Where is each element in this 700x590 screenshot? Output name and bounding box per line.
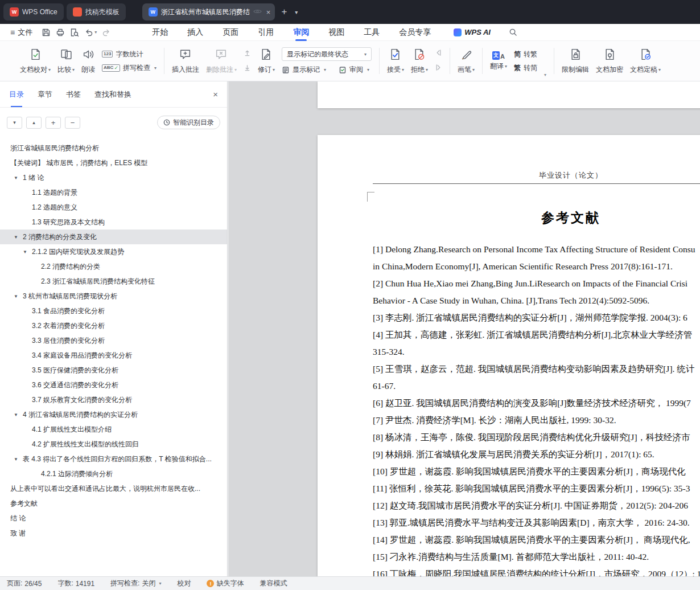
toc-collapse-all-button[interactable]: ▴ bbox=[26, 117, 42, 129]
tab-insert[interactable]: 插入 bbox=[187, 24, 203, 41]
toc-item[interactable]: ▼3 杭州市城镇居民消费现状分析 bbox=[0, 289, 227, 304]
tab-view[interactable]: 视图 bbox=[328, 24, 344, 41]
toc-item[interactable]: 3.5 医疗保健消费的变化分析 bbox=[0, 363, 227, 378]
toc-item[interactable]: 3.3 居住消费的变化分析 bbox=[0, 333, 227, 348]
compare-button[interactable]: 比较▾ bbox=[57, 48, 75, 75]
toc-item[interactable]: 2.3 浙江省城镇居民消费结构变化特征 bbox=[0, 274, 227, 289]
toc-item[interactable]: 3.7 娱乐教育文化消费的变化分析 bbox=[0, 392, 227, 407]
missing-font-warning[interactable]: ! 缺失字体 bbox=[207, 579, 244, 588]
page-indicator[interactable]: 页面: 26/45 bbox=[7, 579, 42, 588]
restrict-editing-button[interactable]: 限制编辑 bbox=[562, 48, 589, 75]
toc-item[interactable]: 结 论 bbox=[0, 511, 227, 526]
delete-comment-button[interactable]: 删除批注▾ bbox=[206, 48, 237, 75]
document-canvas[interactable]: 毕业设计（论文） 参考文献 [1] Delong Zhang.Research … bbox=[228, 81, 700, 576]
toc-item[interactable]: 3.2 衣着消费的变化分析 bbox=[0, 318, 227, 333]
toc-item[interactable]: 4.1 扩展线性支出模型介绍 bbox=[0, 422, 227, 437]
translate-button[interactable]: 文 A 翻译▾ bbox=[490, 51, 507, 71]
group-expand-icon[interactable]: ▾ bbox=[544, 72, 546, 77]
smart-toc-button[interactable]: 智能识别目录 bbox=[157, 116, 220, 129]
toc-expand-arrow-icon[interactable]: ▼ bbox=[14, 457, 23, 462]
preview-eye-icon[interactable] bbox=[253, 8, 262, 16]
toc-expand-arrow-icon[interactable]: ▼ bbox=[14, 294, 23, 299]
redo-button[interactable] bbox=[102, 28, 111, 37]
toc-expand-arrow-icon[interactable]: ▼ bbox=[23, 249, 32, 255]
search-icon[interactable] bbox=[509, 28, 517, 36]
previous-change-icon[interactable] bbox=[435, 48, 442, 59]
toc-expand-arrow-icon[interactable]: ▼ bbox=[14, 235, 23, 240]
finalize-document-button[interactable]: 文档定稿▾ bbox=[630, 48, 661, 75]
sidebar-tab-toc[interactable]: 目录 bbox=[9, 81, 24, 107]
tab-review[interactable]: 审阅 bbox=[293, 24, 309, 41]
tab-membership[interactable]: 会员专享 bbox=[399, 24, 431, 41]
doc-proofread-button[interactable]: 文档校对▾ bbox=[20, 48, 51, 75]
toc-item[interactable]: 3.1 食品消费的变化分析 bbox=[0, 304, 227, 318]
toc-zoom-in-button[interactable]: + bbox=[46, 117, 61, 129]
toc-item[interactable]: ▼2.1.2 国内研究现状及发展趋势 bbox=[0, 244, 227, 259]
tab-page[interactable]: 页面 bbox=[223, 24, 238, 41]
print-button[interactable] bbox=[56, 28, 65, 37]
sidebar-close-icon[interactable]: × bbox=[213, 81, 218, 107]
toc-expand-all-button[interactable]: ▾ bbox=[7, 117, 22, 129]
pen-button[interactable]: 画笔▾ bbox=[458, 48, 475, 75]
spellcheck-status[interactable]: 拼写检查: 关闭 ▾ bbox=[110, 579, 161, 588]
tab-docer-template[interactable]: 找稿壳模板 bbox=[67, 3, 126, 21]
read-aloud-label: 朗读 bbox=[81, 65, 95, 75]
encrypt-document-button[interactable]: 文档加密 bbox=[596, 48, 623, 75]
word-count-button[interactable]: 123 字数统计 bbox=[102, 50, 143, 59]
tab-reference[interactable]: 引用 bbox=[258, 24, 274, 41]
print-preview-button[interactable] bbox=[70, 28, 79, 37]
markup-state-select[interactable]: 显示标记的最终状态 ▾ bbox=[282, 47, 372, 61]
sidebar-tab-bookmarks[interactable]: 书签 bbox=[66, 81, 81, 107]
next-comment-icon[interactable] bbox=[244, 63, 251, 73]
toc-item[interactable]: 3.4 家庭设备用品消费的变化分析 bbox=[0, 348, 227, 363]
toc-item[interactable]: 1.1 选题的背景 bbox=[0, 185, 227, 200]
toc-item[interactable]: 4.2.1 边际消费倾向分析 bbox=[0, 466, 227, 481]
reference-line: [10] 罗世超，谢蕊霞. 影响我国城镇居民消费水平的主要因素分析[J]，商场现… bbox=[373, 463, 700, 480]
tab-wps-office[interactable]: W WPS Office bbox=[3, 3, 64, 21]
toc-item[interactable]: ▼1 绪 论 bbox=[0, 170, 227, 185]
toc-item[interactable]: 4.2 扩展性线性支出模型的线性回归 bbox=[0, 437, 227, 452]
toc-item[interactable]: 1.2 选题的意义 bbox=[0, 200, 227, 215]
track-changes-button[interactable]: 修订▾ bbox=[258, 48, 275, 75]
toc-item[interactable]: ▼2 消费结构的分类及变化 bbox=[0, 230, 227, 244]
file-menu-button[interactable]: ≡ 文件 bbox=[6, 27, 37, 38]
insert-comment-button[interactable]: 插入批注 bbox=[172, 48, 199, 75]
new-tab-button[interactable]: + bbox=[278, 6, 290, 18]
toc-expand-arrow-icon[interactable]: ▼ bbox=[14, 175, 23, 181]
spell-check-button[interactable]: ABC✓ 拼写检查 ▾ bbox=[102, 63, 157, 73]
accept-button[interactable]: 接受▾ bbox=[387, 48, 404, 75]
review-button[interactable]: 审阅 ▾ bbox=[339, 65, 369, 75]
next-change-icon[interactable] bbox=[435, 63, 442, 73]
previous-comment-icon[interactable] bbox=[244, 48, 251, 59]
undo-button[interactable]: ▾ bbox=[84, 28, 97, 37]
toc-item[interactable]: 3.6 交通通信消费的变化分析 bbox=[0, 378, 227, 392]
toc-expand-arrow-icon[interactable]: ▼ bbox=[14, 412, 23, 417]
reject-button[interactable]: 拒绝▾ bbox=[411, 48, 428, 75]
tab-current-document[interactable]: W 浙江省杭州市城镇居民消费结 × bbox=[142, 3, 275, 21]
document-page[interactable]: 毕业设计（论文） 参考文献 [1] Delong Zhang.Research … bbox=[318, 135, 700, 576]
toc-item[interactable]: 【关键词】 城市居民，消费结构，ELES 模型 bbox=[0, 155, 227, 170]
word-count-indicator[interactable]: 字数: 14191 bbox=[57, 579, 94, 588]
toc-item[interactable]: 致 谢 bbox=[0, 526, 227, 540]
tab-close-icon[interactable]: × bbox=[266, 8, 271, 17]
tab-home[interactable]: 开始 bbox=[152, 24, 168, 41]
read-aloud-button[interactable]: 朗读 bbox=[81, 48, 95, 75]
tab-tools[interactable]: 工具 bbox=[364, 24, 380, 41]
proofread-status[interactable]: 校对 bbox=[177, 579, 191, 588]
sidebar-tab-chapters[interactable]: 章节 bbox=[38, 81, 52, 107]
show-markup-button[interactable]: 显示标记 ▾ bbox=[282, 65, 326, 75]
toc-item[interactable]: ▼表 4.3 得出了各个线性回归方程的回归系数，T 检验值和拟合... bbox=[0, 452, 227, 466]
toc-item[interactable]: 参考文献 bbox=[0, 496, 227, 511]
save-button[interactable] bbox=[42, 28, 51, 37]
toc-item[interactable]: ▼4 浙江省城镇居民消费结构的实证分析 bbox=[0, 407, 227, 422]
toc-item[interactable]: 1.3 研究思路及本文结构 bbox=[0, 215, 227, 230]
toc-item[interactable]: 2.2 消费结构的分类 bbox=[0, 259, 227, 274]
traditional-to-simplified-button[interactable]: 繁 转简 bbox=[514, 63, 537, 73]
tab-list-caret-icon[interactable]: ▾ bbox=[293, 9, 299, 15]
wps-ai-button[interactable]: WPS AI bbox=[454, 28, 491, 36]
sidebar-tab-find-replace[interactable]: 查找和替换 bbox=[94, 81, 131, 107]
toc-zoom-out-button[interactable]: − bbox=[65, 117, 80, 129]
simplified-to-traditional-button[interactable]: 简 转繁 bbox=[514, 50, 537, 59]
toc-item[interactable]: 从上表中可以看出交通和通讯占比最大，说明杭州市居民在收... bbox=[0, 481, 227, 496]
toc-item[interactable]: 浙江省城镇居民消费结构分析 bbox=[0, 141, 227, 155]
